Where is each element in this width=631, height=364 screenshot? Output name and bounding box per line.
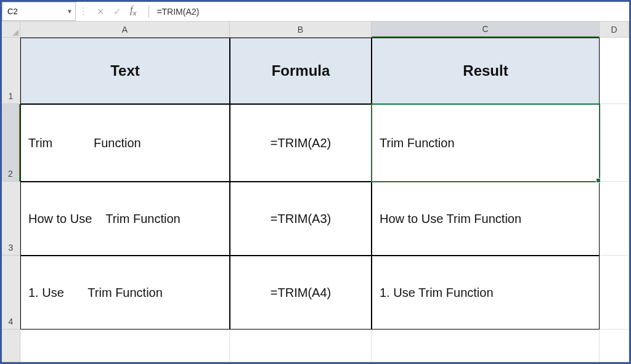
cell-b3[interactable]: =TRIM(A3): [230, 182, 372, 256]
select-all-corner[interactable]: [2, 22, 20, 38]
col-header-b[interactable]: B: [230, 22, 372, 38]
confirm-icon[interactable]: ✓: [113, 6, 121, 17]
cell-d3[interactable]: [600, 182, 629, 256]
fx-icon[interactable]: fx: [130, 4, 141, 18]
cell-c2[interactable]: Trim Function: [372, 104, 600, 182]
cell-d1[interactable]: [600, 38, 629, 104]
cell-b5[interactable]: [230, 330, 372, 362]
cell-b4[interactable]: =TRIM(A4): [230, 256, 372, 330]
divider: [149, 6, 149, 18]
cell-d2[interactable]: [600, 104, 629, 182]
cell-d4[interactable]: [600, 256, 629, 330]
cell-a3[interactable]: How to Use Trim Function: [20, 182, 230, 256]
cell-a2[interactable]: Trim Function: [20, 104, 230, 182]
row-header-1[interactable]: 1: [2, 38, 20, 104]
col-header-c[interactable]: C: [372, 22, 600, 38]
cell-c3[interactable]: How to Use Trim Function: [372, 182, 600, 256]
cell-b2[interactable]: =TRIM(A2): [230, 104, 372, 182]
name-box[interactable]: C2 ▼: [2, 2, 76, 21]
cell-a4[interactable]: 1. Use Trim Function: [20, 256, 230, 330]
row-header-4[interactable]: 4: [2, 256, 20, 330]
cell-a5[interactable]: [20, 330, 230, 362]
cell-c1[interactable]: Result: [372, 38, 600, 104]
cell-b1[interactable]: Formula: [230, 38, 372, 104]
row-header-5[interactable]: [2, 330, 20, 362]
cell-d5[interactable]: [600, 330, 629, 362]
formula-bar: C2 ▼ ⋮ ✕ ✓ fx =TRIM(A2): [2, 2, 629, 22]
cell-a1[interactable]: Text: [20, 38, 230, 104]
divider: ⋮: [76, 2, 91, 21]
cell-c5[interactable]: [372, 330, 600, 362]
name-box-text: C2: [7, 7, 64, 16]
chevron-down-icon[interactable]: ▼: [64, 2, 75, 20]
col-header-d[interactable]: D: [600, 22, 629, 38]
spreadsheet-grid: A B C D 1 Text Formula Result 2 Trim Fun…: [2, 22, 629, 362]
formula-bar-buttons: ✕ ✓ fx: [91, 4, 147, 18]
cell-c4[interactable]: 1. Use Trim Function: [372, 256, 600, 330]
row-header-2[interactable]: 2: [2, 104, 20, 182]
formula-input[interactable]: =TRIM(A2): [150, 7, 629, 17]
cancel-icon[interactable]: ✕: [97, 6, 105, 17]
col-header-a[interactable]: A: [20, 22, 230, 38]
row-header-3[interactable]: 3: [2, 182, 20, 256]
